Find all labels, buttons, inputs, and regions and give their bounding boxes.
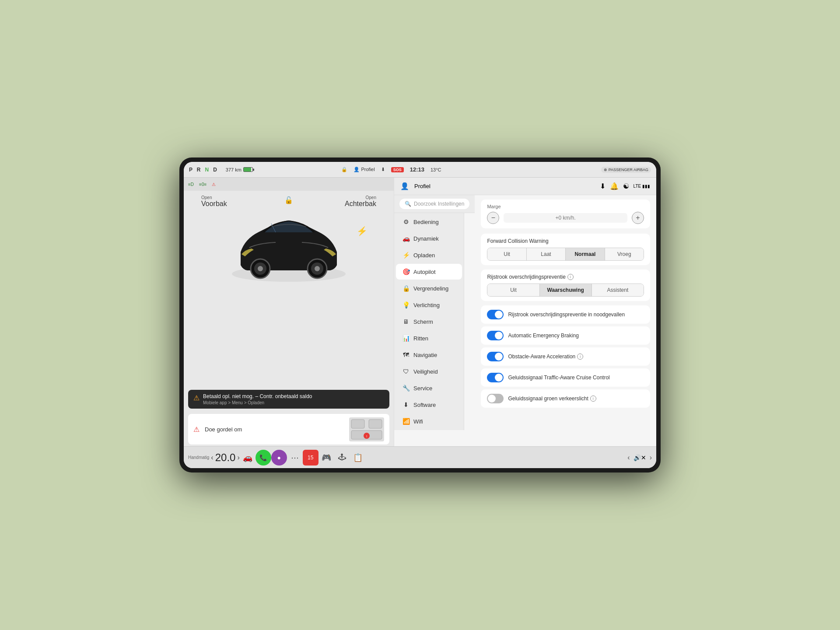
sos-badge[interactable]: SOS: [391, 167, 404, 172]
nav-controls: ‹ 🔊✕ ›: [627, 454, 652, 462]
lock-icon: 🔒: [341, 167, 347, 172]
speed-value-display: +0 km/h.: [504, 213, 627, 223]
nav-item-service[interactable]: 🔧 Service: [396, 380, 462, 396]
bottom-games-icon[interactable]: 🎮: [318, 450, 334, 466]
toggle-groen-licht: Geluidssignaal groen verkeerslicht i: [481, 389, 650, 408]
nav-item-verlichting[interactable]: 💡 Verlichting: [396, 297, 462, 313]
nav-left-arrow[interactable]: ‹: [627, 454, 630, 462]
settings-content: Marge − +0 km/h. + Forward Collision War…: [475, 195, 656, 446]
toggle-groen-licht-switch[interactable]: [487, 394, 504, 403]
settings-profile-name: Profiel: [414, 183, 430, 189]
svg-text:!: !: [366, 434, 367, 438]
fcw-title: Forward Collision Warning: [487, 238, 644, 244]
battery-icon: [243, 167, 253, 172]
bottom-list-icon[interactable]: 📋: [350, 450, 366, 466]
charging-icon: ⚡: [357, 226, 368, 236]
speed-increase-btn[interactable]: +: [632, 212, 644, 224]
speed-right-arrow[interactable]: ›: [237, 454, 239, 462]
fcw-btn-normaal[interactable]: Normaal: [566, 248, 605, 260]
settings-header-icons: ⬇ 🔔 ☯ LTE ▮▮▮: [600, 182, 650, 190]
lock-indicator: 🔓: [284, 196, 293, 204]
bottom-music-icon[interactable]: ●: [271, 450, 287, 466]
speed-readout: 20.0: [215, 452, 236, 464]
warning-triangle-icon: ⚠: [193, 394, 200, 402]
bottom-calendar-icon[interactable]: 15: [303, 450, 318, 466]
profile-status[interactable]: 👤 Profiel: [354, 167, 374, 172]
nav-item-bediening[interactable]: ⚙ Bediening: [396, 214, 462, 230]
opladen-icon: ⚡: [402, 252, 410, 259]
fcw-btn-uit[interactable]: Uit: [487, 248, 526, 260]
vergrendeling-label: Vergrendeling: [413, 285, 448, 292]
software-label: Software: [413, 402, 436, 408]
oaa-info-icon[interactable]: i: [577, 354, 583, 360]
lane-btn-uit[interactable]: Uit: [487, 284, 539, 296]
verlichting-icon: 💡: [402, 301, 410, 308]
bottom-more-icon[interactable]: ⋯: [287, 450, 303, 466]
toggle-noodgevallen-switch[interactable]: [487, 310, 504, 319]
settings-download-icon[interactable]: ⬇: [600, 182, 606, 190]
toggle-tacc-switch[interactable]: [487, 373, 504, 382]
nav-item-vergrendeling[interactable]: 🔒 Vergrendeling: [396, 280, 462, 296]
navigatie-label: Navigatie: [413, 352, 437, 358]
svg-rect-8: [351, 420, 364, 428]
toggle-oaa-switch[interactable]: [487, 352, 504, 361]
bediening-label: Bediening: [413, 219, 439, 225]
wiper-icon[interactable]: ≡0≡: [199, 182, 206, 187]
search-input-wrap[interactable]: 🔍 Doorzoek Instellingen: [399, 199, 469, 209]
nav-right-arrow[interactable]: ›: [650, 454, 652, 462]
warning-banner: ⚠ Betaald opl. niet mog. – Contr. onbeta…: [188, 390, 389, 409]
car-area: Open Voorbak Open Achterbak 🔓 ⚡: [184, 191, 394, 386]
bottom-phone-icon[interactable]: 📞: [256, 450, 271, 466]
achterbak-name: Achterbak: [345, 200, 376, 208]
lane-btn-assistent[interactable]: Assistent: [592, 284, 644, 296]
lane-title: Rijstrook overschrijdingspreventie i: [487, 274, 644, 280]
nav-item-autopilot[interactable]: 🎯 Autopilot: [396, 264, 462, 280]
seatbelt-text: Doe gordel om: [205, 426, 242, 433]
nav-item-opladen[interactable]: ⚡ Opladen: [396, 247, 462, 263]
passenger-airbag-status: ⊗ PASSENGER AIRBAG: [601, 167, 651, 173]
nav-item-wifi[interactable]: 📶 Wifi: [396, 413, 462, 429]
nav-item-scherm[interactable]: 🖥 Scherm: [396, 314, 462, 329]
right-panel: 👤 Profiel ⬇ 🔔 ☯ LTE ▮▮▮: [394, 178, 656, 446]
toggle-oaa: Obstacle-Aware Acceleration i: [481, 347, 650, 366]
dynamiek-label: Dynamiek: [413, 235, 439, 242]
groen-licht-info-icon[interactable]: i: [590, 396, 596, 402]
settings-signal-icon[interactable]: LTE ▮▮▮: [634, 184, 650, 189]
speed-left-arrow[interactable]: ‹: [211, 454, 213, 462]
nav-menu: ⚙ Bediening 🚗 Dynamiek ⚡ Opladen: [394, 213, 464, 430]
nav-item-ritten[interactable]: 📊 Ritten: [396, 330, 462, 346]
nav-item-software[interactable]: ⬇ Software: [396, 397, 462, 413]
volume-icon[interactable]: 🔊✕: [634, 454, 646, 461]
nav-item-navigatie[interactable]: 🗺 Navigatie: [396, 347, 462, 363]
seatbelt-icon: ⚠: [193, 425, 200, 434]
lane-info-icon[interactable]: i: [567, 274, 574, 280]
bottom-joystick-icon[interactable]: 🕹: [334, 450, 350, 466]
wifi-icon: 📶: [402, 418, 410, 425]
seat-diagram: !: [349, 417, 384, 441]
scherm-icon: 🖥: [402, 318, 410, 325]
fcw-btn-group: Uit Laat Normaal Vroeg: [487, 248, 644, 261]
nav-item-dynamiek[interactable]: 🚗 Dynamiek: [396, 231, 462, 246]
speed-adjust: − +0 km/h. +: [487, 212, 644, 224]
toggle-aeb-switch[interactable]: [487, 331, 504, 340]
speed-section: Handmatig ‹ 20.0 ›: [188, 452, 240, 464]
verlichting-label: Verlichting: [413, 302, 440, 308]
lane-btn-waarschuwing[interactable]: Waarschuwing: [540, 284, 592, 296]
settings-bt-icon[interactable]: ☯: [623, 182, 629, 190]
headlight-icon[interactable]: ≡D: [188, 182, 194, 187]
veiligheid-icon: 🛡: [402, 368, 410, 375]
nav-item-veiligheid[interactable]: 🛡 Veiligheid: [396, 364, 462, 379]
software-icon: ⬇: [402, 401, 410, 408]
toggle-oaa-text: Obstacle-Aware Acceleration i: [508, 354, 644, 360]
left-top-bar: ≡D ≡0≡ ⚠: [184, 178, 394, 191]
ritten-label: Ritten: [413, 335, 428, 342]
screen-outer: P R N D 377 km 🔒 👤 Profiel ⬇ SOS 12:13 1…: [179, 158, 661, 472]
speed-decrease-btn[interactable]: −: [487, 212, 499, 224]
temperature-display: 13°C: [430, 167, 441, 172]
settings-bell-icon[interactable]: 🔔: [610, 182, 619, 190]
achterbak-label: Open Achterbak: [345, 195, 376, 208]
bottom-car-icon[interactable]: 🚗: [240, 450, 256, 466]
toggle-aeb: Automatic Emergency Braking: [481, 326, 650, 345]
fcw-btn-vroeg[interactable]: Vroeg: [605, 248, 644, 260]
fcw-btn-laat[interactable]: Laat: [527, 248, 566, 260]
